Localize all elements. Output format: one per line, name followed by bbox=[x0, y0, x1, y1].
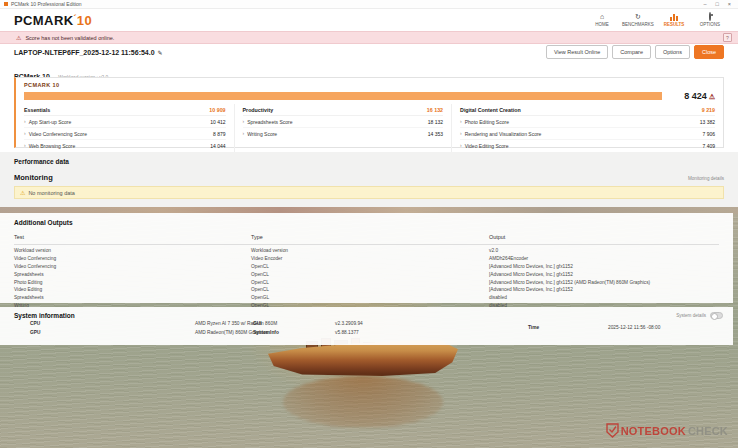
monitoring-details-link[interactable]: Monitoring details bbox=[688, 176, 724, 181]
col-header-type: Type bbox=[251, 234, 489, 240]
systeminfo-value: v5.88.1377 bbox=[335, 330, 359, 335]
test-row-photo-editing[interactable]: ›Photo Editing Score13 382 bbox=[460, 116, 715, 128]
additional-outputs-title: Additional Outputs bbox=[14, 219, 733, 226]
test-value: 13 382 bbox=[700, 119, 715, 125]
cell-output: AMDh264Encoder bbox=[489, 256, 719, 261]
overall-score-bar bbox=[24, 92, 662, 100]
cpu-label: CPU bbox=[30, 321, 40, 326]
cell-type: OpenCL bbox=[251, 287, 489, 292]
nav-options-label: OPTIONS bbox=[700, 22, 720, 27]
cell-test: Workload version bbox=[14, 248, 251, 253]
test-row-spreadsheets[interactable]: ›Spreadsheets Score18 132 bbox=[243, 116, 444, 128]
system-details-label: System details bbox=[676, 313, 706, 318]
nav-home[interactable]: ⌂ HOME bbox=[584, 13, 620, 27]
test-row-app-startup[interactable]: ›App Start-up Score10 412 bbox=[24, 116, 226, 128]
performance-data-section: Performance data Monitoring Monitoring d… bbox=[0, 152, 738, 207]
result-name: LAPTOP-NLTEP6FF_2025-12-12 11:56:54.0 bbox=[14, 49, 155, 56]
cell-type: Video Encoder bbox=[251, 256, 489, 261]
test-value: 14 353 bbox=[428, 131, 443, 137]
test-row-video-editing[interactable]: ›Video Editing Score7 409 bbox=[460, 140, 715, 151]
test-label: Video Conferencing Score bbox=[29, 131, 87, 137]
test-label: Web Browsing Score bbox=[29, 143, 76, 149]
chevron-right-icon: › bbox=[243, 119, 245, 124]
group-productivity-label: Productivity bbox=[243, 107, 274, 113]
performance-data-title: Performance data bbox=[14, 158, 738, 165]
system-information-title: System information bbox=[14, 312, 75, 319]
edit-name-icon[interactable]: ✎ bbox=[158, 49, 163, 56]
minimize-button[interactable]: – bbox=[703, 0, 706, 9]
notebookcheck-shield-icon bbox=[606, 423, 619, 438]
no-monitoring-data-banner: ⚠ No monitoring data bbox=[14, 186, 724, 199]
chevron-right-icon: › bbox=[243, 131, 245, 136]
table-row: Workload versionWorkload versionv2.0 bbox=[14, 247, 719, 255]
additional-outputs-panel: Additional Outputs Test Type Output Work… bbox=[0, 213, 733, 303]
benchmarks-icon: ↻ bbox=[635, 13, 641, 21]
cell-type: OpenCL bbox=[251, 280, 489, 285]
cpu-value: AMD Ryzen AI 7 350 w/ Radeon 860M bbox=[195, 321, 277, 326]
help-button[interactable]: ? bbox=[723, 33, 732, 42]
main-nav: ⌂ HOME ↻ BENCHMARKS RESULTS OPTIONS bbox=[584, 13, 728, 27]
gui-label: GUI bbox=[253, 321, 262, 326]
table-row: Video ConferencingVideo EncoderAMDh264En… bbox=[14, 255, 719, 263]
nav-options[interactable]: OPTIONS bbox=[692, 13, 728, 27]
app-window-icon bbox=[4, 2, 8, 6]
productivity-score: 16 132 bbox=[427, 107, 443, 113]
nav-results[interactable]: RESULTS bbox=[656, 13, 692, 27]
cell-type: OpenGL bbox=[251, 295, 489, 300]
test-row-web-browsing[interactable]: ›Web Browsing Score14 044 bbox=[24, 140, 226, 151]
productivity-column: Productivity16 132 ›Spreadsheets Score18… bbox=[234, 104, 452, 152]
essentials-column: Essentials10 909 ›App Start-up Score10 4… bbox=[16, 104, 234, 152]
time-label: Time bbox=[528, 325, 539, 330]
table-row: Video EditingOpenCL[Advanced Micro Devic… bbox=[14, 286, 719, 294]
overall-score-value: 8 424 bbox=[684, 91, 707, 101]
cell-type: OpenCL bbox=[251, 272, 489, 277]
group-essentials-label: Essentials bbox=[24, 107, 50, 113]
score-warning-icon: ⚠ bbox=[709, 93, 715, 100]
table-row: SpreadsheetsOpenGLdisabled bbox=[14, 294, 719, 302]
gear-icon bbox=[709, 12, 711, 21]
compare-button[interactable]: Compare bbox=[612, 45, 651, 59]
warning-triangle-icon: ⚠ bbox=[20, 189, 25, 196]
test-label: Video Editing Score bbox=[465, 143, 509, 149]
cell-type: Workload version bbox=[251, 248, 489, 253]
cell-test: Spreadsheets bbox=[14, 295, 251, 300]
test-row-writing[interactable]: ›Writing Score14 353 bbox=[243, 128, 444, 139]
close-window-button[interactable]: × bbox=[728, 0, 731, 9]
test-value: 7 906 bbox=[702, 131, 715, 137]
view-result-online-button[interactable]: View Result Online bbox=[546, 45, 608, 59]
score-card: PCMARK 10 8 424⚠ Essentials10 909 ›App S… bbox=[14, 77, 724, 148]
maximize-button[interactable]: □ bbox=[715, 0, 718, 9]
chevron-right-icon: › bbox=[24, 143, 26, 148]
watermark-brand-secondary: CHECK bbox=[688, 425, 728, 437]
table-row: Video ConferencingOpenCL[Advanced Micro … bbox=[14, 263, 719, 271]
overall-score: 8 424⚠ bbox=[684, 91, 715, 101]
cell-output: v2.0 bbox=[489, 248, 719, 253]
system-details-toggle[interactable] bbox=[710, 312, 723, 319]
close-result-button[interactable]: Close bbox=[694, 45, 724, 59]
results-barchart-icon bbox=[670, 13, 678, 21]
test-value: 10 412 bbox=[210, 119, 225, 125]
nav-home-label: HOME bbox=[595, 22, 609, 27]
home-icon: ⌂ bbox=[600, 13, 604, 21]
window-title: PCMark 10 Professional Edition bbox=[11, 1, 82, 7]
test-label: Rendering and Visualization Score bbox=[465, 131, 542, 137]
test-value: 8 879 bbox=[213, 131, 226, 137]
app-header: PCMARK´10 ⌂ HOME ↻ BENCHMARKS RESULTS OP… bbox=[0, 9, 738, 31]
test-row-rendering[interactable]: ›Rendering and Visualization Score7 906 bbox=[460, 128, 715, 140]
test-label: Spreadsheets Score bbox=[247, 119, 292, 125]
validation-warning-text: Score has not been validated online. bbox=[25, 35, 114, 41]
score-card-title: PCMARK 10 bbox=[24, 82, 723, 88]
chevron-right-icon: › bbox=[24, 131, 26, 136]
nav-benchmarks[interactable]: ↻ BENCHMARKS bbox=[620, 13, 656, 27]
options-button[interactable]: Options bbox=[655, 45, 690, 59]
logo-text: PCMARK bbox=[14, 13, 73, 28]
chevron-right-icon: › bbox=[460, 143, 462, 148]
time-value: 2025-12-12 11:56 -08:00 bbox=[608, 325, 660, 330]
cell-output: [Advanced Micro Devices, Inc.] gfx1152 (… bbox=[489, 280, 719, 285]
test-value: 14 044 bbox=[210, 143, 225, 149]
systeminfo-label: SystemInfo bbox=[253, 330, 279, 335]
cell-output: [Advanced Micro Devices, Inc.] gfx1152 bbox=[489, 264, 719, 269]
test-row-video-conferencing[interactable]: ›Video Conferencing Score8 879 bbox=[24, 128, 226, 140]
cell-type: OpenCL bbox=[251, 264, 489, 269]
window-titlebar: PCMark 10 Professional Edition – □ × bbox=[0, 0, 738, 9]
